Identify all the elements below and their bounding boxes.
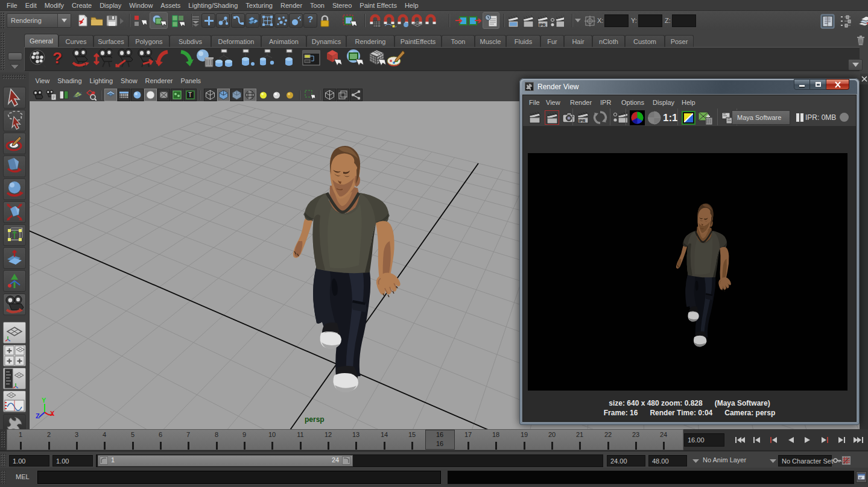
svg-text:Z: Z xyxy=(36,412,40,419)
svg-text:IPR: IPR xyxy=(539,23,546,27)
svg-text:persp: persp xyxy=(305,415,325,424)
svg-text:X: X xyxy=(50,410,55,417)
svg-text:Y: Y xyxy=(42,397,46,404)
svg-text:T: T xyxy=(188,92,192,98)
svg-text:IPR: IPR xyxy=(578,119,586,123)
